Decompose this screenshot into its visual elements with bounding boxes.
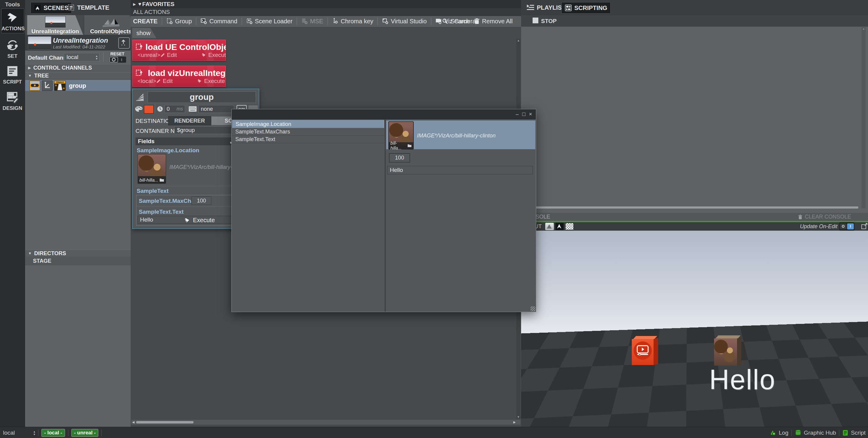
actions-hscrollbar[interactable]: ◀ ▶ — [131, 420, 521, 425]
image-cube — [714, 335, 743, 366]
create-virtual-studio-button[interactable]: Virtual Studio — [382, 18, 427, 25]
maxchars-input[interactable]: 100 — [389, 153, 410, 163]
folder-icon[interactable] — [159, 178, 164, 182]
reset-stage-toggle[interactable]: I — [109, 57, 126, 63]
create-group-button[interactable]: Group — [166, 18, 192, 25]
update-on-edit-toggle[interactable]: O I — [839, 222, 855, 231]
card-execute-button[interactable]: Execute — [201, 52, 226, 58]
clear-console-button[interactable]: CLEAR CONSOLE — [798, 214, 851, 220]
sidebar-item-design[interactable]: DESIGN — [1, 91, 24, 111]
sidebar-item-script[interactable]: SCRIPT — [1, 64, 24, 85]
list-item-sampleimage-location[interactable]: SampleImage.Location — [232, 120, 384, 128]
card-execute-button[interactable]: Execute — [197, 78, 225, 84]
script-editor-area[interactable]: ▲ — [521, 27, 868, 209]
scene-thumbnail — [45, 16, 66, 28]
card-edit-button[interactable]: Edit — [156, 78, 173, 84]
image-thumbnail[interactable]: bill-hilla... — [137, 154, 166, 184]
create-chroma-key-button[interactable]: Chroma key — [332, 18, 373, 25]
section-directors[interactable]: ▼ DIRECTORS — [25, 250, 131, 257]
scene-modified: Last Modified: 04-11-2022 — [53, 44, 105, 49]
scroll-right-icon[interactable]: ▶ — [513, 420, 516, 424]
scroll-down-icon[interactable]: ▼ — [516, 415, 521, 419]
search-icon — [442, 18, 448, 25]
scroll-left-icon[interactable]: ◀ — [132, 420, 134, 424]
favorites-header[interactable]: ▶ ♥ FAVORITES — [131, 0, 521, 8]
output-mode-light-button[interactable] — [545, 223, 554, 230]
channel-status-unreal[interactable]: - unreal - — [71, 429, 99, 437]
dialog-detail-panel: bill-hilla... IMAGE*/VizArc/bill-hillary… — [385, 119, 536, 312]
visibility-icon[interactable] — [29, 81, 40, 91]
select-arrows-icon[interactable]: ▴▾ — [34, 430, 35, 436]
list-item-sampletext-text[interactable]: SampleText.Text — [232, 136, 384, 143]
remove-all-button[interactable]: Remove All — [474, 18, 513, 25]
sidebar-item-set[interactable]: SET — [1, 39, 24, 59]
tree-item-label: group — [69, 82, 86, 89]
stop-button[interactable]: STOP — [541, 18, 557, 25]
command-add-icon — [200, 18, 207, 25]
section-tree[interactable]: ▼ TREE — [25, 72, 131, 79]
search-button[interactable]: Search — [442, 18, 470, 25]
create-command-button[interactable]: Command — [200, 18, 237, 25]
channel-select[interactable]: local — [3, 430, 15, 436]
stop-icon[interactable] — [533, 18, 538, 23]
section-control-channels[interactable]: ▶ CONTROL CHANNELS — [25, 64, 131, 71]
delay-input[interactable]: 0 ms — [164, 105, 185, 113]
update-on-edit-label: Update On-Edit — [800, 224, 837, 230]
image-thumbnail[interactable]: bill-hilla... — [388, 121, 414, 149]
image-path: IMAGE*/VizArc/bill-hillary-clinton — [417, 133, 496, 139]
scene-info-thumbnail — [28, 36, 52, 50]
tab-show[interactable]: show — [132, 28, 156, 38]
default-channel-select[interactable]: local ▴▾ — [64, 53, 99, 61]
action-title-input[interactable]: group — [148, 91, 256, 103]
output-mode-dark-button[interactable] — [555, 223, 564, 230]
upload-icon — [119, 38, 128, 47]
scene-info: UnrealIntegration Last Modified: 04-11-2… — [25, 35, 131, 51]
channel-status-local[interactable]: - local - — [41, 429, 65, 437]
all-actions-bar[interactable]: ALL ACTIONS — [131, 8, 521, 16]
create-mse-button[interactable]: MSE — [301, 18, 323, 25]
minimize-button[interactable]: – — [514, 111, 520, 117]
create-toolbar: CREATE Group Command Scene Loader — [131, 16, 521, 27]
editor-execute-button[interactable]: Execute — [184, 217, 215, 224]
object-icon[interactable]: Object — [54, 81, 66, 91]
maxchars-input[interactable]: 100 — [191, 197, 211, 205]
close-button[interactable]: × — [527, 111, 533, 117]
render-viewport[interactable]: olleH Hello — [521, 231, 868, 427]
chroma-key-add-icon — [332, 18, 339, 25]
section-stage[interactable]: STAGE — [25, 257, 131, 265]
resize-grip[interactable] — [530, 306, 535, 311]
maximize-button[interactable]: □ — [521, 111, 527, 117]
shortcut-input[interactable]: none — [198, 105, 234, 113]
output-mode-transparent-button[interactable] — [565, 223, 574, 230]
scroll-up-icon[interactable]: ▲ — [516, 39, 521, 42]
screenshot-upload-button[interactable] — [118, 37, 130, 49]
text-input[interactable]: Hello — [387, 166, 533, 174]
folder-icon[interactable] — [407, 144, 412, 147]
scene-tab-controlobjects[interactable]: ControlObjects — [84, 15, 137, 35]
sidebar-item-actions[interactable]: ACTIONS — [1, 8, 24, 33]
tab-template[interactable]: TEMPLATE — [64, 2, 112, 13]
create-scene-loader-button[interactable]: Scene Loader — [246, 18, 293, 25]
list-item-sampletext-maxchars[interactable]: SampleText.MaxChars — [232, 128, 384, 136]
script-hscrollbar[interactable] — [527, 206, 858, 209]
card-edit-button[interactable]: Edit — [160, 52, 177, 58]
reset-stage-off-icon[interactable] — [110, 57, 118, 62]
action-color-swatch[interactable] — [144, 105, 154, 114]
tab-scripting[interactable]: SCRIPTING — [561, 2, 611, 13]
action-card-load-ue-controlobjects-demo[interactable]: load UE ControlObjects Demo <unreal> Edi… — [132, 40, 226, 61]
popout-icon[interactable] — [861, 223, 868, 230]
script-status[interactable]: Script — [842, 430, 866, 436]
action-card-load-vizunrealintegration[interactable]: load vizUnrealIntegration <local> Edit E… — [132, 66, 226, 87]
scene-tab-unrealintegration[interactable]: UnrealIntegration — [27, 15, 83, 35]
graphic-hub-status[interactable]: Graphic Hub — [795, 430, 836, 436]
reset-stage-on[interactable]: I — [119, 58, 125, 62]
transform-axis-icon[interactable] — [42, 81, 53, 91]
tree-row-group[interactable]: Object group — [25, 80, 131, 91]
clock-icon — [157, 106, 163, 112]
destination-renderer-button[interactable]: RENDERER — [168, 116, 211, 125]
script-vscrollbar[interactable]: ▲ — [862, 27, 866, 208]
hscroll-thumb[interactable] — [136, 421, 193, 424]
dialog-titlebar[interactable]: – □ × — [232, 109, 536, 119]
playlist-icon — [527, 4, 534, 11]
log-status[interactable]: Log — [770, 430, 788, 436]
